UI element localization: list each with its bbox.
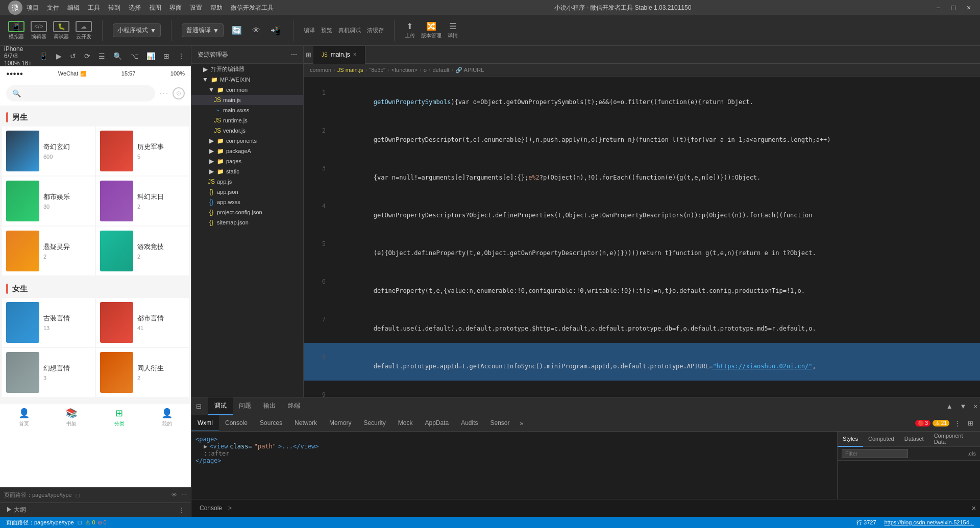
book-item-urban-romance[interactable]: 都市言情 41 — [96, 298, 189, 347]
devtools-close-icon[interactable]: × — [971, 401, 980, 412]
minimize-button[interactable]: − — [931, 1, 945, 15]
filter-input[interactable] — [842, 449, 908, 458]
menu-wechat-tools[interactable]: 微信开发者工具 — [231, 4, 274, 12]
book-item-ancient-romance[interactable]: 古装言情 13 — [2, 298, 95, 347]
apiurl-link[interactable]: "https://xiaoshuo.02ui.cn/" — [713, 363, 812, 370]
upload-button[interactable]: ⬆ 上传 — [405, 21, 415, 39]
book-item-mystery[interactable]: 悬疑灵异 2 — [2, 227, 95, 275]
preview-icon-button[interactable]: 👁 — [250, 24, 262, 37]
outline-toggle[interactable]: ▶ 大纲 — [6, 506, 26, 514]
tree-mp-weixin[interactable]: ▼ 📁 MP-WEIXIN — [191, 74, 303, 85]
menu-edit[interactable]: 编辑 — [67, 4, 80, 12]
nav-home[interactable]: 👤 首页 — [0, 404, 48, 431]
subtab-wxml[interactable]: Wxml — [191, 415, 219, 432]
tree-runtime-js[interactable]: JS runtime.js — [191, 115, 303, 125]
realtest-button[interactable]: 📲 — [268, 23, 283, 37]
devtools-down-icon[interactable]: ▼ — [958, 401, 969, 412]
rp-tab-computed[interactable]: Computed — [863, 432, 899, 447]
nav-category[interactable]: ⊞ 分类 — [95, 404, 143, 431]
debugger-button[interactable]: 🐛 调试器 — [53, 21, 69, 40]
tree-static[interactable]: ▶ 📁 static — [191, 166, 303, 177]
editor-button[interactable]: </> 编辑器 — [31, 21, 47, 40]
breadcrumb-item-1[interactable]: JS main.js — [337, 67, 363, 73]
tree-sitemap[interactable]: {} sitemap.json — [191, 217, 303, 228]
rp-tab-styles[interactable]: Styles — [838, 432, 863, 447]
breadcrumb-item-0[interactable]: common — [310, 67, 331, 73]
tab-debug[interactable]: 调试 — [208, 397, 233, 415]
menu-settings[interactable]: 设置 — [190, 4, 202, 12]
tree-packageA[interactable]: ▶ 📁 packageA — [191, 146, 303, 156]
menu-interface[interactable]: 界面 — [169, 4, 182, 12]
menu-goto[interactable]: 转到 — [108, 4, 120, 12]
close-button[interactable]: × — [962, 1, 976, 15]
sim-code-icon[interactable]: ⌥ — [128, 50, 140, 62]
editor-toolbar-btn[interactable]: ⊞ — [306, 51, 311, 59]
sim-more-icon[interactable]: ⋮ — [176, 50, 187, 62]
sim-play-icon[interactable]: ▶ — [54, 50, 64, 62]
mode-dropdown[interactable]: 小程序模式 ▼ — [113, 23, 161, 37]
sim-phone-icon[interactable]: 📱 — [37, 50, 50, 62]
subtab-network[interactable]: Network — [288, 415, 323, 432]
menu-view[interactable]: 视图 — [149, 4, 161, 12]
tab-output[interactable]: 输出 — [257, 397, 282, 415]
sim-search-icon[interactable]: 🔍 — [111, 50, 124, 62]
subtab-audits[interactable]: Audits — [455, 415, 484, 432]
device-menu-icon[interactable]: ⋯ — [159, 87, 168, 99]
breadcrumb-item-4[interactable]: o — [424, 67, 427, 73]
maximize-button[interactable]: □ — [946, 1, 961, 15]
device-avatar-icon[interactable]: ⊙ — [173, 87, 185, 99]
tree-open-editors[interactable]: ▶ 打开的编辑器 — [191, 64, 303, 74]
file-tree-more[interactable]: ⋯ — [291, 51, 297, 58]
book-item-derivative[interactable]: 同人衍生 2 — [96, 348, 189, 397]
subtab-appdata[interactable]: AppData — [419, 415, 455, 432]
tree-project-config[interactable]: {} project.config.json — [191, 207, 303, 217]
book-item-fantasy-romance[interactable]: 幻想言情 3 — [2, 348, 95, 397]
subtab-sources[interactable]: Sources — [254, 415, 288, 432]
subtab-more[interactable]: » — [516, 420, 528, 427]
subtab-mock[interactable]: Mock — [392, 415, 419, 432]
tree-main-js[interactable]: JS main.js — [191, 95, 303, 105]
sim-refresh-icon[interactable]: ↺ — [68, 50, 78, 62]
tab-terminal[interactable]: 终端 — [282, 397, 306, 415]
book-item-game[interactable]: 游戏竞技 2 — [96, 227, 189, 275]
subtab-console[interactable]: Console — [219, 415, 254, 432]
breadcrumb-item-5[interactable]: default — [432, 67, 449, 73]
book-item-history[interactable]: 历史军事 5 — [96, 127, 189, 175]
tab-issues[interactable]: 问题 — [233, 397, 257, 415]
nav-mine[interactable]: 👤 我的 — [143, 404, 191, 431]
subtab-security[interactable]: Security — [357, 415, 391, 432]
tree-vendor-js[interactable]: JS vendor.js — [191, 125, 303, 136]
tree-common-folder[interactable]: ▼ 📁 common — [191, 85, 303, 95]
sim-expand-icon[interactable]: ⊞ — [161, 50, 172, 62]
devtools-up-icon[interactable]: ▲ — [944, 401, 955, 412]
simulator-button[interactable]: 📱 模拟器 — [8, 21, 24, 40]
breadcrumb-item-2[interactable]: "8e3c" — [369, 67, 385, 73]
book-item-scifi[interactable]: 科幻末日 2 — [96, 177, 189, 225]
book-item-fantasy[interactable]: 奇幻玄幻 600 — [2, 127, 95, 175]
subtab-sensor[interactable]: Sensor — [484, 415, 516, 432]
tree-app-json[interactable]: {} app.json — [191, 187, 303, 197]
more-icon[interactable]: ⋯ — [181, 492, 187, 498]
xml-view-toggle[interactable]: ▶ — [204, 443, 207, 450]
device-search[interactable]: 🔍 — [6, 85, 155, 102]
tab-main-js[interactable]: JS main.js × — [313, 46, 365, 64]
breadcrumb-item-6[interactable]: 🔗 APIURL — [455, 67, 484, 73]
sim-list-icon[interactable]: ☰ — [96, 50, 107, 62]
breadcrumb-item-3[interactable]: <function> — [391, 67, 418, 73]
outline-more[interactable]: ⋮ — [179, 507, 185, 514]
rp-tab-component-data[interactable]: Component Data — [929, 432, 980, 447]
subtab-expand-btn[interactable]: ⊞ — [965, 418, 976, 429]
menu-select[interactable]: 选择 — [129, 4, 141, 12]
cloud-button[interactable]: ☁ 云开发 — [76, 21, 92, 40]
version-button[interactable]: 🔀 版本管理 — [421, 21, 442, 39]
eye-icon[interactable]: 👁 — [172, 492, 177, 498]
menu-tools[interactable]: 工具 — [88, 4, 100, 12]
tree-components[interactable]: ▶ 📁 components — [191, 136, 303, 146]
devtools-undock-icon[interactable]: ⊟ — [193, 401, 204, 412]
sim-chart-icon[interactable]: 📊 — [144, 50, 157, 62]
tree-app-wxss[interactable]: {} app.wxss — [191, 197, 303, 207]
menu-file[interactable]: 文件 — [47, 4, 59, 12]
console-close-button[interactable]: × — [972, 504, 976, 512]
tree-pages[interactable]: ▶ 📁 pages — [191, 156, 303, 166]
tab-close-icon[interactable]: × — [353, 51, 357, 58]
